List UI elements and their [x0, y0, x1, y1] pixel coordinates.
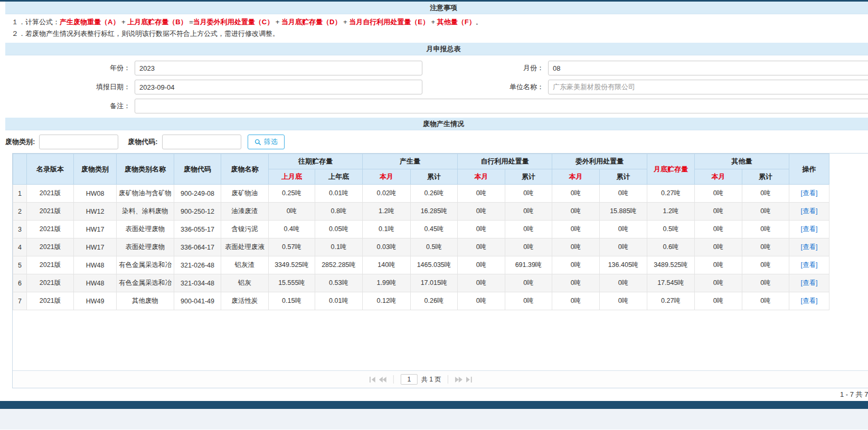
- notice-line-2: ２．若废物产生情况列表整行标红，则说明该行数据不符合上方公式，需进行修改调整。: [12, 28, 868, 40]
- table-cell: 0吨: [695, 238, 742, 256]
- table-cell: 0.15吨: [269, 292, 315, 310]
- remark-input[interactable]: [135, 99, 868, 113]
- formula-part: １．计算公式：: [12, 18, 60, 26]
- table-cell: 0吨: [458, 185, 505, 203]
- bottom-divider-bar: [0, 401, 868, 409]
- formula-part: +: [341, 18, 349, 26]
- table-row: 22021版HW12染料、涂料废物900-250-12油漆废渣0吨0.8吨1.2…: [13, 203, 829, 221]
- table-cell: 15.555吨: [269, 274, 315, 292]
- filter-button-label: 筛选: [264, 137, 278, 147]
- pager-controls: 共 1 页: [370, 371, 472, 388]
- table-cell: 表面处理废物: [117, 238, 174, 256]
- table-cell: 0.27吨: [647, 185, 695, 203]
- waste-table-header: 名录版本 废物类别 废物类别名称 废物代码 废物名称 往期贮存量 产生量 自行利…: [13, 154, 829, 185]
- waste-table: 名录版本 废物类别 废物类别名称 废物代码 废物名称 往期贮存量 产生量 自行利…: [13, 154, 829, 310]
- col-other-current-month: 本月: [695, 169, 742, 185]
- action-cell: [查看]: [789, 185, 829, 203]
- last-page-icon[interactable]: [466, 377, 472, 383]
- table-cell: 0吨: [552, 203, 600, 221]
- action-cell: [查看]: [789, 256, 829, 274]
- view-link[interactable]: [查看]: [801, 189, 818, 197]
- col-prev-month-end: 上月底: [269, 169, 315, 185]
- page-footer-area: [0, 409, 868, 429]
- table-cell: 2021版: [27, 292, 74, 310]
- col-waste-category: 废物类别: [74, 154, 117, 185]
- table-cell: 900-250-12: [174, 203, 221, 221]
- fill-date-input[interactable]: [135, 80, 422, 94]
- page-number-input[interactable]: [401, 374, 418, 385]
- waste-code-filter-input[interactable]: [162, 135, 241, 149]
- first-page-icon[interactable]: [370, 377, 375, 383]
- table-cell: 0吨: [600, 292, 647, 310]
- form-row-2: 填报日期： 单位名称：: [5, 80, 868, 94]
- col-waste-code: 废物代码: [174, 154, 221, 185]
- col-group-outsourced-disposal: 委外利用处置量: [552, 154, 647, 169]
- row-number-cell: 5: [13, 256, 27, 274]
- table-cell: 17.545吨: [647, 274, 695, 292]
- year-label: 年份：: [5, 63, 135, 73]
- formula-part: 产生废物重量（A）: [60, 18, 119, 26]
- unit-name-input[interactable]: [548, 80, 868, 94]
- table-cell: 0.05吨: [315, 221, 363, 238]
- table-cell: 2852.285吨: [315, 256, 363, 274]
- table-cell: 含镍污泥: [221, 221, 269, 238]
- view-link[interactable]: [查看]: [801, 297, 818, 304]
- table-cell: 0吨: [505, 185, 552, 203]
- month-input[interactable]: [548, 61, 868, 75]
- row-number-cell: 4: [13, 238, 27, 256]
- waste-grid: 名录版本 废物类别 废物类别名称 废物代码 废物名称 往期贮存量 产生量 自行利…: [12, 153, 868, 388]
- table-cell: 有色金属采选和冶: [117, 274, 174, 292]
- view-link[interactable]: [查看]: [801, 261, 818, 269]
- table-cell: 0.6吨: [647, 238, 695, 256]
- formula-part: 上月底贮存量（B）: [127, 18, 187, 26]
- col-catalog-version: 名录版本: [27, 154, 74, 185]
- previous-page-icon[interactable]: [379, 377, 386, 383]
- month-label: 月份：: [422, 63, 548, 73]
- table-cell: 900-249-08: [174, 185, 221, 203]
- table-cell: 2021版: [27, 274, 74, 292]
- table-cell: 3489.525吨: [647, 256, 695, 274]
- table-cell: 油漆废渣: [221, 203, 269, 221]
- year-input[interactable]: [135, 61, 422, 75]
- filter-button[interactable]: 筛选: [248, 135, 285, 149]
- formula-part: +: [429, 18, 437, 26]
- table-cell: 321-026-48: [174, 256, 221, 274]
- table-cell: 废活性炭: [221, 292, 269, 310]
- row-number-cell: 3: [13, 221, 27, 238]
- table-cell: 0吨: [552, 221, 600, 238]
- col-generation-cumulative: 累计: [411, 169, 458, 185]
- table-cell: 136.405吨: [600, 256, 647, 274]
- table-cell: 0吨: [742, 256, 789, 274]
- table-cell: 0.5吨: [411, 238, 458, 256]
- col-prev-year-end: 上年底: [315, 169, 363, 185]
- table-cell: 900-041-49: [174, 292, 221, 310]
- view-link[interactable]: [查看]: [801, 279, 818, 286]
- table-cell: 0吨: [552, 256, 600, 274]
- table-cell: 2021版: [27, 238, 74, 256]
- table-cell: 0.45吨: [411, 221, 458, 238]
- waste-category-filter-input[interactable]: [39, 135, 118, 149]
- view-link[interactable]: [查看]: [801, 207, 818, 215]
- notice-body: １．计算公式：产生废物重量（A） + 上月底贮存量（B） =当月委外利用处置量（…: [5, 14, 868, 43]
- summary-title: 月申报总表: [427, 44, 461, 54]
- table-cell: 0吨: [695, 292, 742, 310]
- table-cell: 2021版: [27, 203, 74, 221]
- table-cell: 691.39吨: [505, 256, 552, 274]
- table-row: 72021版HW49其他废物900-041-49废活性炭0.15吨0.01吨0.…: [13, 292, 829, 310]
- table-cell: 1465.035吨: [411, 256, 458, 274]
- table-row: 62021版HW48有色金属采选和冶321-034-48铝灰15.555吨0.5…: [13, 274, 829, 292]
- formula-part: =: [187, 18, 193, 26]
- table-cell: 0.1吨: [315, 238, 363, 256]
- table-cell: 2021版: [27, 256, 74, 274]
- next-page-icon[interactable]: [455, 377, 463, 383]
- notice-section-header: 注意事项: [5, 2, 868, 14]
- view-link[interactable]: [查看]: [801, 243, 818, 251]
- view-link[interactable]: [查看]: [801, 225, 818, 233]
- table-cell: 0吨: [269, 203, 315, 221]
- table-cell: 表面处理废液: [221, 238, 269, 256]
- waste-section-header: 废物产生情况: [5, 118, 868, 130]
- table-cell: 0吨: [505, 274, 552, 292]
- table-cell: 0.02吨: [363, 185, 411, 203]
- table-cell: 铝灰: [221, 274, 269, 292]
- formula-part: +: [119, 18, 127, 26]
